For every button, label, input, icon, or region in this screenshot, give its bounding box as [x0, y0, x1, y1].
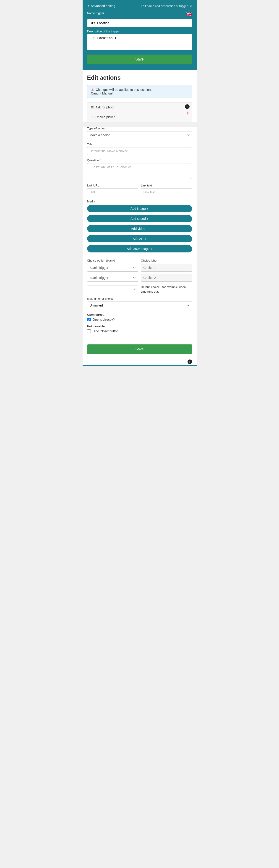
media-section: Media Add image + Add sound + Add video … [87, 200, 192, 255]
choice-headers-row: Choice option (blank) Choice label [87, 258, 192, 262]
add-ar-button[interactable]: Add AR + [87, 235, 192, 242]
description-label: Description of the trigger [87, 30, 192, 33]
choice-option-col-3 [87, 285, 138, 293]
advanced-right[interactable]: Edit name and description of trigger. ∧ [141, 4, 192, 8]
not-closable-section-label: Not closable [87, 324, 192, 328]
choice-option-select-1[interactable]: Blank Trigger [87, 264, 138, 272]
action-item-label-2: Choice picker [96, 115, 115, 119]
open-direct-row: Opens directly? [87, 318, 192, 321]
max-time-select[interactable]: Unlimited 10 seconds 30 seconds 60 secon… [87, 302, 192, 309]
question-group: Question * [87, 159, 192, 180]
form-section: Type of action * Make a choice Ask for p… [83, 127, 197, 341]
link-url-input[interactable] [87, 188, 138, 196]
choice-label-col-1 [141, 264, 192, 272]
action-items-list: ☰ Ask for photo i ⬇ ☰ Choice picker [87, 102, 192, 122]
title-label: Title [87, 143, 192, 146]
not-closable-checkbox[interactable] [87, 329, 91, 333]
edit-actions-section: Edit actions ⚠ Changes will be applied t… [83, 70, 197, 122]
choice-row-1: Blank Trigger [87, 264, 192, 272]
default-choice-text: Default choice - for example when time r… [141, 284, 192, 294]
open-direct-section-label: Open direct [87, 313, 192, 316]
name-trigger-input[interactable] [87, 19, 192, 27]
changes-banner-text: Changes will be applied to this location… [96, 88, 152, 92]
advanced-editing-label: Advanced editing. [91, 4, 116, 8]
advanced-editing-panel: ∧ Advanced editing. Edit name and descri… [83, 0, 197, 70]
choice-option-select-2[interactable]: Blank Trigger [87, 274, 138, 282]
hamburger-icon-2: ☰ [91, 116, 94, 119]
add-360-button[interactable]: Add 360° image + [87, 245, 192, 252]
link-url-group: Link URL [87, 184, 138, 196]
bottom-save-button[interactable]: Save [87, 344, 192, 354]
open-direct-section: Open direct Opens directly? [87, 313, 192, 321]
type-of-action-label: Type of action * [87, 127, 192, 130]
link-row: Link URL Link text [87, 184, 192, 196]
link-text-label: Link text [141, 184, 192, 187]
not-closable-row: Hide 'close' button. [87, 329, 192, 333]
required-marker-1: * [105, 127, 107, 130]
max-time-label: Max. time for choice [87, 297, 192, 300]
teal-bottom-bar [83, 365, 197, 366]
bottom-info-circle: i [188, 360, 192, 364]
choice-option-select-3[interactable] [87, 285, 138, 293]
advanced-left[interactable]: ∧ Advanced editing. [87, 4, 116, 8]
open-direct-checkbox-label: Opens directly? [93, 318, 115, 321]
advanced-panel-header: ∧ Advanced editing. Edit name and descri… [87, 4, 192, 8]
required-marker-2: * [99, 159, 101, 162]
choice-row-2: Blank Trigger [87, 274, 192, 282]
link-text-group: Link text [141, 184, 192, 196]
advanced-save-button[interactable]: Save [87, 55, 192, 64]
question-textarea[interactable] [87, 163, 192, 179]
type-of-action-group: Type of action * Make a choice Ask for p… [87, 127, 192, 139]
bottom-info-area: i [83, 358, 197, 365]
choice-option-label: Choice option (blank) [87, 259, 115, 262]
location-name: Caught Manual [91, 92, 113, 95]
add-video-button[interactable]: Add video + [87, 225, 192, 232]
add-image-button[interactable]: Add image + [87, 205, 192, 212]
open-direct-checkbox[interactable] [87, 318, 91, 321]
link-text-input[interactable] [141, 188, 192, 196]
bottom-save-wrap: Save [83, 341, 197, 358]
choice-label-header: Choice label [141, 259, 157, 262]
name-trigger-label: Name trigger [87, 11, 192, 15]
edit-name-description-label: Edit name and description of trigger. [141, 4, 188, 8]
edit-actions-title: Edit actions [87, 74, 192, 81]
not-closable-section: Not closable Hide 'close' button. [87, 324, 192, 333]
choice-row-3: Default choice - for example when time r… [87, 284, 192, 294]
close-button[interactable]: × [190, 3, 192, 8]
media-label: Media [87, 200, 192, 203]
title-group: Title [87, 143, 192, 155]
choice-label-input-1[interactable] [141, 264, 192, 272]
choice-label-input-2[interactable] [141, 274, 192, 282]
action-item-ask-for-photo[interactable]: ☰ Ask for photo [87, 102, 192, 112]
title-input[interactable] [87, 147, 192, 155]
question-label: Question * [87, 159, 192, 162]
warning-icon: ⚠ [91, 88, 94, 92]
add-sound-button[interactable]: Add sound + [87, 215, 192, 222]
choice-label-header-col: Choice label [141, 258, 192, 262]
choice-option-col-1: Blank Trigger [87, 264, 138, 272]
action-item-choice-picker[interactable]: ☰ Choice picker [87, 112, 192, 122]
choice-label-col-3: Default choice - for example when time r… [141, 284, 192, 294]
info-badge: i [185, 104, 190, 109]
changes-banner: ⚠ Changes will be applied to this locati… [87, 85, 192, 98]
choice-label-col-2 [141, 274, 192, 282]
hamburger-icon-1: ☰ [91, 106, 94, 109]
choice-option-col-2: Blank Trigger [87, 274, 138, 282]
chevron-up-left-icon: ∧ [87, 4, 89, 8]
link-url-label: Link URL [87, 184, 138, 187]
flag-icon: 🇬🇧 [186, 11, 192, 17]
action-item-label-1: Ask for photo [96, 105, 115, 109]
max-time-group: Max. time for choice Unlimited 10 second… [87, 297, 192, 309]
not-closable-checkbox-label: Hide 'close' button. [93, 329, 119, 333]
choice-option-header: Choice option (blank) [87, 258, 138, 262]
drag-arrow-icon: ⬇ [186, 111, 190, 116]
media-buttons: Add image + Add sound + Add video + Add … [87, 205, 192, 255]
type-of-action-select[interactable]: Make a choice Ask for photo Choice picke… [87, 131, 192, 139]
description-input[interactable]: GPS Location 1 [87, 34, 192, 50]
